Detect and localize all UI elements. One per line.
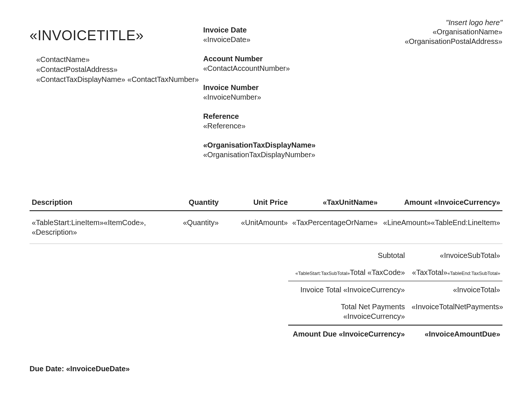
table-row: «TableStart:LineItem»«ItemCode», «Descri…	[30, 211, 502, 244]
net-payments-label: Total Net Payments «InvoiceCurrency»	[290, 302, 412, 321]
account-number-label: Account Number	[203, 54, 325, 63]
contact-tax: «ContactTaxDisplayName» «ContactTaxNumbe…	[36, 75, 203, 85]
reference-value: «Reference»	[203, 121, 325, 131]
tax-total-value: «TaxTotal»«TableEnd:TaxSubTotal»	[412, 268, 500, 277]
contact-name: «ContactName»	[36, 55, 203, 65]
invoice-meta: Invoice Date «InvoiceDate» Account Numbe…	[203, 25, 325, 169]
invoice-date-value: «InvoiceDate»	[203, 35, 325, 44]
amount-due-label: Amount Due «InvoiceCurrency»	[290, 329, 412, 339]
table-header-row: Description Quantity Unit Price «TaxUnit…	[30, 195, 502, 211]
logo-placeholder: "Insert logo here"	[325, 18, 502, 27]
net-payments-value: «InvoiceTotalNetPayments»	[412, 302, 500, 321]
col-unit-price: Unit Price	[221, 195, 290, 211]
amount-due-value: «InvoiceAmountDue»	[412, 329, 500, 339]
tax-start-token: «TableStart:TaxSubTotal»	[296, 270, 350, 276]
tax-total-label-text: Total «TaxCode»	[350, 268, 405, 276]
invoice-number-label: Invoice Number	[203, 83, 325, 92]
subtotal-value: «InvoiceSubTotal»	[412, 251, 500, 260]
org-name: «OrganisationName»	[325, 27, 502, 37]
invoice-number-value: «InvoiceNumber»	[203, 92, 325, 102]
col-description: Description	[30, 195, 168, 211]
tax-total-label: «TableStart:TaxSubTotal»Total «TaxCode»	[290, 268, 412, 277]
organisation-block: "Insert logo here" «OrganisationName» «O…	[325, 15, 502, 169]
org-tax-value: «OrganisationTaxDisplayNumber»	[203, 150, 325, 159]
col-quantity: Quantity	[168, 195, 221, 211]
invoice-total-label: Invoice Total «InvoiceCurrency»	[290, 285, 412, 294]
line-items-table: Description Quantity Unit Price «TaxUnit…	[30, 195, 502, 244]
cell-description: «TableStart:LineItem»«ItemCode», «Descri…	[30, 211, 168, 244]
tax-total-value-text: «TaxTotal»	[412, 268, 447, 276]
reference-label: Reference	[203, 111, 325, 121]
col-amount: Amount «InvoiceCurrency»	[380, 195, 502, 211]
contact-address: «ContactPostalAddress»	[36, 65, 203, 75]
org-address: «OrganisationPostalAddress»	[325, 37, 502, 46]
invoice-total-value: «InvoiceTotal»	[412, 285, 500, 294]
account-number-value: «ContactAccountNumber»	[203, 63, 325, 73]
totals-block: Subtotal «InvoiceSubTotal» «TableStart:T…	[288, 247, 502, 342]
contact-block: «ContactName» «ContactPostalAddress» «Co…	[36, 55, 203, 85]
cell-amount: «LineAmount»«TableEnd:LineItem»	[380, 211, 502, 244]
org-tax-label: «OrganisationTaxDisplayName»	[203, 140, 325, 150]
due-date-line: Due Date: «InvoiceDueDate»	[30, 365, 502, 373]
col-tax: «TaxUnitName»	[290, 195, 380, 211]
invoice-date-label: Invoice Date	[203, 25, 325, 35]
cell-unit-amount: «UnitAmount»	[221, 211, 290, 244]
due-date-value: «InvoiceDueDate»	[66, 365, 130, 373]
due-date-label: Due Date:	[30, 365, 66, 373]
subtotal-label: Subtotal	[290, 251, 412, 260]
header-region: «INVOICETITLE» «ContactName» «ContactPos…	[30, 15, 502, 169]
cell-quantity: «Quantity»	[168, 211, 221, 244]
tax-end-token: «TableEnd:TaxSubTotal»	[447, 270, 500, 276]
invoice-title: «INVOICETITLE»	[30, 28, 203, 44]
cell-tax: «TaxPercentageOrName»	[290, 211, 380, 244]
